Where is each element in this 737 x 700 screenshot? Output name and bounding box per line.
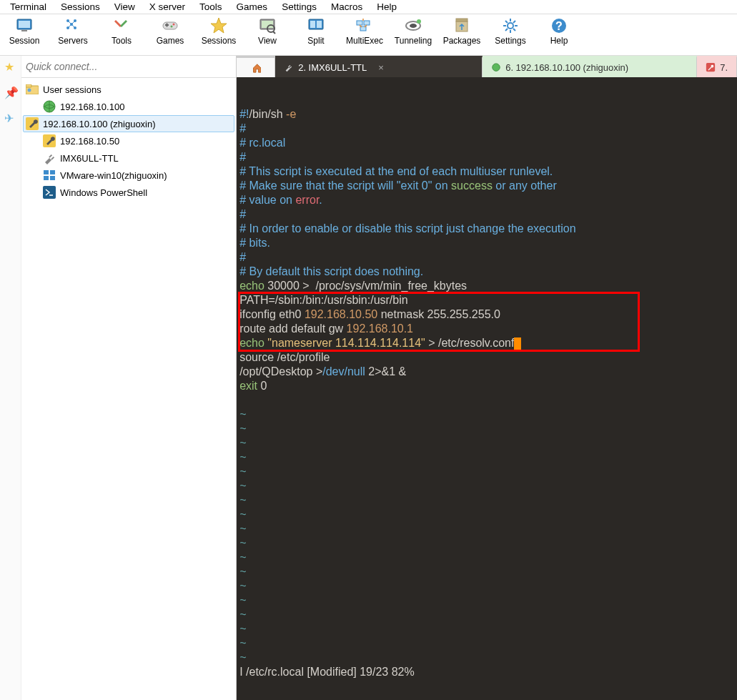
svg-rect-22 bbox=[357, 21, 362, 25]
tree-root-label: User sessions bbox=[43, 84, 102, 95]
terminal-tilde: ~ bbox=[239, 565, 734, 579]
menu-tools[interactable]: Tools bbox=[192, 1, 229, 12]
svg-rect-46 bbox=[288, 64, 290, 66]
toolbar-multiexec[interactable]: MultiExec bbox=[340, 16, 389, 46]
terminal-tilde: ~ bbox=[239, 579, 734, 593]
menu-help[interactable]: Help bbox=[370, 1, 404, 12]
terminal-tilde: ~ bbox=[239, 651, 734, 665]
tab[interactable] bbox=[237, 56, 275, 77]
close-icon[interactable]: × bbox=[378, 62, 384, 73]
terminal-line: # This script is executed at the end of … bbox=[239, 164, 734, 179]
svg-rect-29 bbox=[456, 19, 468, 21]
pin-icon[interactable]: 📌 bbox=[4, 86, 17, 99]
session-item[interactable]: Windows PowerShell bbox=[23, 184, 234, 201]
terminal-tilde: ~ bbox=[239, 608, 734, 622]
session-item[interactable]: VMware-win10(zhiguoxin) bbox=[23, 167, 234, 184]
toolbar-sessions[interactable]: Sessions bbox=[194, 16, 243, 46]
menu-x-server[interactable]: X server bbox=[142, 1, 192, 12]
vim-statusline: I /etc/rc.local [Modified] 19/23 82% bbox=[239, 665, 734, 679]
svg-rect-44 bbox=[50, 176, 55, 180]
toolbar-tools[interactable]: Tools bbox=[97, 16, 146, 46]
svg-point-48 bbox=[493, 63, 500, 71]
tab-label: 2. IMX6ULL-TTL bbox=[298, 62, 367, 73]
folder-icon bbox=[26, 83, 39, 96]
powershell-icon bbox=[43, 186, 56, 199]
terminal-tilde: ~ bbox=[239, 636, 734, 651]
star-icon[interactable]: ★ bbox=[4, 60, 17, 73]
wrench-icon bbox=[26, 117, 39, 130]
toolbar-session[interactable]: Session bbox=[0, 16, 49, 46]
svg-rect-34 bbox=[26, 84, 31, 87]
tunneling-icon bbox=[403, 16, 423, 36]
toolbar-tunneling[interactable]: Tunneling bbox=[389, 16, 437, 46]
svg-rect-41 bbox=[44, 170, 49, 174]
svg-rect-2 bbox=[21, 30, 27, 31]
terminal[interactable]: #!/bin/sh -e## rc.local## This script is… bbox=[237, 77, 737, 700]
toolbar-servers[interactable]: Servers bbox=[49, 16, 97, 46]
session-item[interactable]: 192.168.10.100 bbox=[23, 98, 234, 115]
session-icon bbox=[14, 16, 34, 36]
menu-settings[interactable]: Settings bbox=[274, 1, 324, 12]
terminal-tilde: ~ bbox=[239, 536, 734, 551]
svg-rect-40 bbox=[51, 157, 54, 160]
plug-icon bbox=[43, 152, 56, 164]
tab-label: 7. bbox=[720, 62, 728, 73]
quick-connect-input[interactable] bbox=[21, 56, 236, 77]
quick-connect[interactable] bbox=[21, 56, 236, 78]
terminal-line: # bits. bbox=[239, 236, 734, 250]
terminal-line: #!/bin/sh -e bbox=[239, 107, 734, 122]
packages-icon bbox=[452, 16, 472, 36]
svg-point-26 bbox=[410, 24, 417, 28]
menu-macros[interactable]: Macros bbox=[324, 1, 370, 12]
session-label: VMware-win10(zhiguoxin) bbox=[60, 170, 167, 181]
svg-point-30 bbox=[508, 23, 513, 29]
terminal-line: echo "nameserver 114.114.114.114" > /etc… bbox=[239, 336, 734, 350]
send-icon[interactable]: ✈ bbox=[4, 112, 17, 124]
menu-games[interactable]: Games bbox=[229, 1, 275, 12]
globe-green-icon bbox=[43, 100, 56, 113]
toolbar-split[interactable]: Split bbox=[292, 16, 340, 46]
toolbar-help[interactable]: ?Help bbox=[535, 16, 583, 46]
terminal-tilde: ~ bbox=[239, 422, 734, 436]
terminal-line: exit 0 bbox=[239, 379, 734, 393]
session-label: 192.168.10.100 bbox=[60, 102, 124, 112]
session-item[interactable]: IMX6ULL-TTL bbox=[23, 149, 234, 167]
star-icon bbox=[209, 16, 229, 36]
tab[interactable]: 2. IMX6ULL-TTL× bbox=[275, 56, 483, 77]
svg-rect-43 bbox=[44, 176, 49, 180]
terminal-tilde: ~ bbox=[239, 551, 734, 565]
svg-point-12 bbox=[171, 26, 173, 28]
toolbar-settings[interactable]: Settings bbox=[486, 16, 535, 46]
tab[interactable]: 6. 192.168.10.100 (zhiguoxin) bbox=[483, 56, 697, 77]
terminal-tilde: ~ bbox=[239, 593, 734, 608]
menu-terminal[interactable]: Terminal bbox=[3, 1, 54, 12]
svg-rect-14 bbox=[167, 24, 168, 27]
terminal-tilde: ~ bbox=[239, 522, 734, 536]
tab-label: 6. 192.168.10.100 (zhiguoxin) bbox=[505, 62, 628, 73]
toolbar-packages[interactable]: Packages bbox=[437, 16, 486, 46]
svg-line-18 bbox=[273, 31, 275, 34]
terminal-line: # bbox=[239, 122, 734, 136]
menu-view[interactable]: View bbox=[107, 1, 142, 12]
cursor bbox=[514, 337, 521, 350]
session-item[interactable]: 192.168.10.100 (zhiguoxin) bbox=[23, 115, 234, 132]
session-label: 192.168.10.100 (zhiguoxin) bbox=[43, 119, 156, 129]
svg-rect-23 bbox=[364, 21, 370, 25]
terminal-line: PATH=/sbin:/bin:/usr/sbin:/usr/bin bbox=[239, 293, 734, 307]
terminal-line: echo 30000 > /proc/sys/vm/min_free_kbyte… bbox=[239, 279, 734, 293]
session-item[interactable]: 192.168.10.50 bbox=[23, 132, 234, 149]
wrench-icon bbox=[43, 134, 56, 147]
tree-root[interactable]: User sessions bbox=[23, 81, 234, 98]
editor-area: 2. IMX6ULL-TTL×6. 192.168.10.100 (zhiguo… bbox=[237, 56, 737, 700]
terminal-tilde: ~ bbox=[239, 479, 734, 493]
toolbar-games[interactable]: Games bbox=[146, 16, 194, 46]
terminal-line: # rc.local bbox=[239, 136, 734, 150]
terminal-line: /opt/QDesktop >/dev/null 2>&1 & bbox=[239, 365, 734, 379]
globe-green-icon bbox=[491, 63, 501, 73]
tab[interactable]: 7. bbox=[697, 56, 737, 77]
toolbar-view[interactable]: View bbox=[243, 16, 292, 46]
menu-sessions[interactable]: Sessions bbox=[54, 1, 107, 12]
session-label: 192.168.10.50 bbox=[60, 136, 119, 147]
session-label: Windows PowerShell bbox=[60, 187, 147, 198]
terminal-line: # In order to enable or disable this scr… bbox=[239, 222, 734, 236]
